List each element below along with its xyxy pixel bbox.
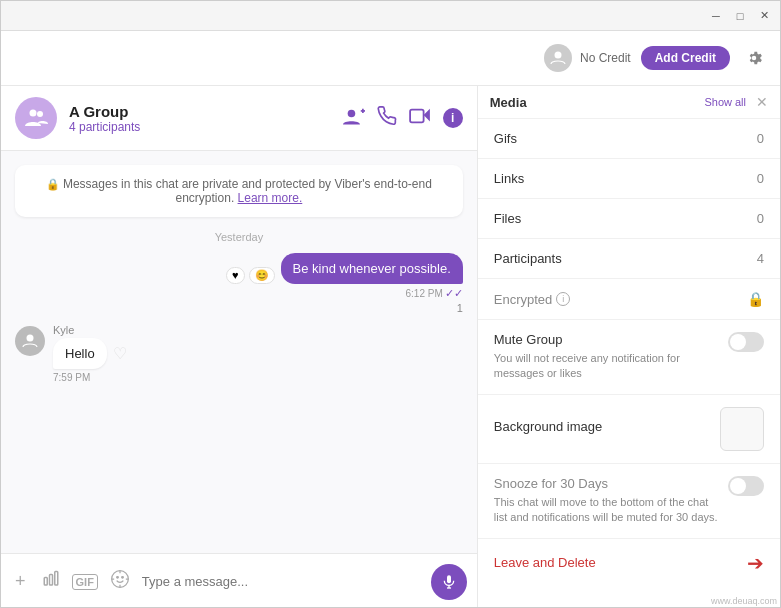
message-out-top: ♥ 😊 Be kind whenever possible. bbox=[226, 253, 463, 284]
media-label: Media bbox=[490, 95, 527, 110]
right-panel: Media Show all ✕ Gifs 0 Links 0 Files 0 … bbox=[478, 86, 780, 608]
learn-more-link[interactable]: Learn more. bbox=[238, 191, 303, 205]
phone-icon[interactable] bbox=[377, 106, 397, 131]
message-out: ♥ 😊 Be kind whenever possible. 6:12 PM ✓… bbox=[15, 253, 463, 314]
background-image-section: Background image bbox=[478, 395, 780, 464]
credit-area: No Credit bbox=[544, 44, 631, 72]
snooze-title: Snooze for 30 Days bbox=[494, 476, 720, 491]
panel-header-actions: Show all ✕ bbox=[704, 94, 768, 110]
message-out-time: 6:12 PM ✓✓ bbox=[406, 287, 463, 300]
minimize-button[interactable]: ─ bbox=[708, 8, 724, 24]
encrypted-lock-icon: 🔒 bbox=[747, 291, 764, 307]
svg-rect-15 bbox=[447, 575, 451, 583]
info-icon[interactable]: i bbox=[443, 108, 463, 128]
message-input[interactable] bbox=[142, 574, 423, 589]
message-in-wrap: Hello ♡ bbox=[53, 338, 127, 369]
links-row: Links 0 bbox=[478, 159, 780, 199]
leave-delete-section: Leave and Delete ➔ bbox=[478, 539, 780, 587]
mute-group-title: Mute Group bbox=[494, 332, 720, 347]
message-in: Kyle Hello ♡ 7:59 PM bbox=[15, 324, 463, 383]
svg-point-1 bbox=[30, 110, 37, 117]
svg-point-14 bbox=[122, 577, 124, 579]
svg-point-8 bbox=[27, 335, 34, 342]
maximize-button[interactable]: □ bbox=[732, 8, 748, 24]
svg-rect-9 bbox=[44, 578, 47, 586]
reactions-count: 1 bbox=[457, 302, 463, 314]
svg-rect-11 bbox=[54, 572, 57, 586]
message-in-body: Kyle Hello ♡ 7:59 PM bbox=[53, 324, 127, 383]
participants-value: 4 bbox=[757, 251, 764, 266]
links-count: 0 bbox=[757, 171, 764, 186]
encrypted-label: Encrypted i bbox=[494, 292, 571, 307]
mute-group-info: Mute Group You will not receive any noti… bbox=[494, 332, 720, 382]
like-icon[interactable]: ♡ bbox=[113, 344, 127, 363]
chat-header: A Group 4 participants bbox=[1, 86, 477, 151]
gif-button[interactable]: GIF bbox=[72, 574, 98, 590]
settings-button[interactable] bbox=[740, 44, 768, 72]
chat-messages[interactable]: 🔒 Messages in this chat are private and … bbox=[1, 151, 477, 553]
background-image-button[interactable] bbox=[720, 407, 764, 451]
participants-label: Participants bbox=[494, 251, 562, 266]
svg-point-13 bbox=[117, 577, 119, 579]
mute-group-sub: You will not receive any notification fo… bbox=[494, 351, 720, 382]
add-button[interactable]: + bbox=[11, 567, 30, 596]
svg-point-2 bbox=[37, 111, 43, 117]
mute-toggle[interactable] bbox=[728, 332, 764, 352]
links-label: Links bbox=[494, 171, 524, 186]
gifs-label: Gifs bbox=[494, 131, 517, 146]
group-name: A Group bbox=[69, 103, 331, 120]
user-avatar bbox=[544, 44, 572, 72]
svg-rect-10 bbox=[49, 575, 52, 586]
date-divider: Yesterday bbox=[15, 231, 463, 243]
main-layout: A Group 4 participants bbox=[1, 86, 780, 608]
encryption-notice: 🔒 Messages in this chat are private and … bbox=[15, 165, 463, 217]
snooze-sub: This chat will move to the bottom of the… bbox=[494, 495, 720, 526]
chat-header-actions: i bbox=[343, 106, 463, 131]
chat-panel: A Group 4 participants bbox=[1, 86, 478, 608]
svg-rect-6 bbox=[410, 109, 424, 122]
participants-label: 4 participants bbox=[69, 120, 331, 134]
outgoing-message-bubble: Be kind whenever possible. bbox=[281, 253, 463, 284]
chat-input-area: + GIF bbox=[1, 553, 477, 608]
files-count: 0 bbox=[757, 211, 764, 226]
mic-button[interactable] bbox=[431, 564, 467, 600]
lock-icon: 🔒 bbox=[46, 178, 63, 190]
gifs-row: Gifs 0 bbox=[478, 119, 780, 159]
video-icon[interactable] bbox=[409, 107, 431, 130]
files-row: Files 0 bbox=[478, 199, 780, 239]
leave-delete-label: Leave and Delete bbox=[494, 555, 596, 570]
encrypted-row: Encrypted i 🔒 bbox=[478, 279, 780, 320]
reactions-row: ♥ 😊 bbox=[226, 267, 275, 284]
gifs-count: 0 bbox=[757, 131, 764, 146]
snooze-toggle[interactable] bbox=[728, 476, 764, 496]
add-member-icon[interactable] bbox=[343, 107, 365, 130]
leave-arrow-icon: ➔ bbox=[747, 551, 764, 575]
sticker-button[interactable] bbox=[106, 565, 134, 598]
close-button[interactable]: ✕ bbox=[756, 8, 772, 24]
toggle-knob bbox=[730, 334, 746, 350]
leave-delete-button[interactable]: Leave and Delete bbox=[494, 555, 741, 570]
close-panel-button[interactable]: ✕ bbox=[756, 94, 768, 110]
header-bar: No Credit Add Credit bbox=[1, 31, 780, 86]
snooze-section: Snooze for 30 Days This chat will move t… bbox=[478, 464, 780, 539]
encrypted-info-icon[interactable]: i bbox=[556, 292, 570, 306]
snooze-toggle-knob bbox=[730, 478, 746, 494]
background-image-label: Background image bbox=[494, 419, 602, 434]
svg-point-0 bbox=[554, 52, 561, 59]
chat-header-info: A Group 4 participants bbox=[69, 103, 331, 134]
files-label: Files bbox=[494, 211, 521, 226]
kyle-avatar bbox=[15, 326, 45, 356]
incoming-message-bubble: Hello bbox=[53, 338, 107, 369]
watermark: www.deuaq.com bbox=[711, 596, 777, 606]
message-in-time: 7:59 PM bbox=[53, 372, 127, 383]
show-all-button[interactable]: Show all bbox=[704, 94, 746, 110]
title-bar: ─ □ ✕ bbox=[1, 1, 780, 31]
svg-marker-7 bbox=[423, 108, 429, 121]
add-credit-button[interactable]: Add Credit bbox=[641, 46, 730, 70]
smiley-reaction: 😊 bbox=[249, 267, 275, 284]
title-bar-controls: ─ □ ✕ bbox=[708, 8, 772, 24]
heart-reaction: ♥ bbox=[226, 267, 245, 284]
audio-button[interactable] bbox=[38, 566, 64, 597]
sender-name: Kyle bbox=[53, 324, 127, 336]
right-panel-header: Media Show all ✕ bbox=[478, 86, 780, 119]
